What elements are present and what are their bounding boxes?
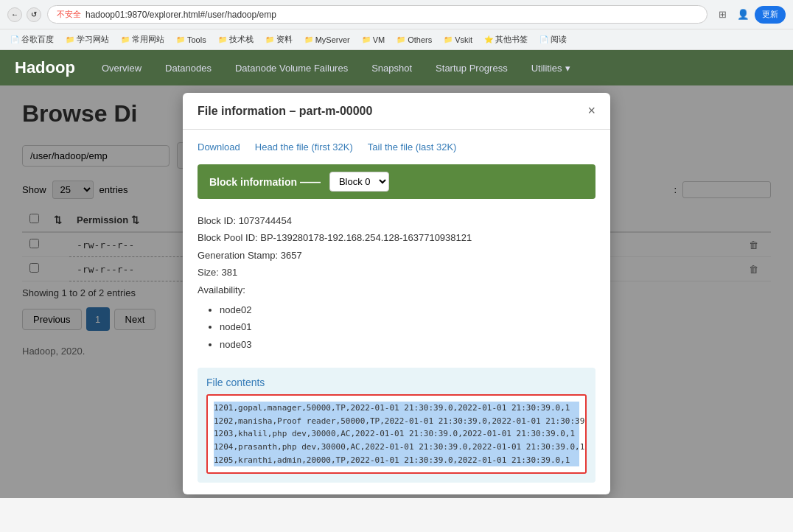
bookmark-myserver[interactable]: 📁 MyServer bbox=[300, 34, 354, 46]
bookmark-label: 技术栈 bbox=[229, 34, 254, 45]
dropdown-arrow-icon: ▾ bbox=[565, 63, 570, 74]
bookmark-icon: 📁 bbox=[396, 35, 405, 43]
bookmark-icon: 📁 bbox=[265, 35, 274, 43]
block-details: Block ID: 1073744454 Block Pool ID: BP-1… bbox=[198, 209, 595, 356]
modal-title: File information – part-m-00000 bbox=[198, 105, 372, 118]
bookmark-label: 阅读 bbox=[551, 34, 567, 45]
reading-icon: 📄 bbox=[539, 35, 548, 43]
bookmark-icon: 📁 bbox=[362, 35, 371, 43]
bookmark-reading[interactable]: 📄 阅读 bbox=[535, 32, 571, 46]
bookmark-icon: 📄 bbox=[10, 35, 19, 43]
nav-datanode-volume-failures[interactable]: Datanode Volume Failures bbox=[223, 52, 360, 84]
nav-utilities[interactable]: Utilities ▾ bbox=[520, 52, 582, 84]
profile-button[interactable]: 👤 bbox=[734, 6, 752, 24]
reload-button[interactable]: ↺ bbox=[27, 7, 41, 22]
generation-stamp-value: 3657 bbox=[281, 250, 302, 261]
block-id-value: 1073744454 bbox=[239, 215, 292, 226]
update-button[interactable]: 更新 bbox=[755, 6, 786, 24]
address-bar[interactable]: 不安全 hadoop01:9870/explorer.html#/user/ha… bbox=[47, 5, 708, 24]
bookmark-label: MyServer bbox=[315, 35, 350, 44]
file-contents-title: File contents bbox=[206, 377, 587, 388]
bookmark-label: 常用网站 bbox=[132, 34, 164, 45]
size-value: 381 bbox=[222, 267, 238, 278]
bookmark-tools[interactable]: 📁 Tools bbox=[172, 34, 211, 46]
node-item: node01 bbox=[220, 318, 595, 335]
hadoop-navbar: Hadoop Overview Datanodes Datanode Volum… bbox=[0, 50, 793, 85]
bookmark-label: Tools bbox=[187, 35, 206, 44]
head-file-link[interactable]: Head the file (first 32K) bbox=[255, 141, 353, 153]
bookmark-label: Vskit bbox=[455, 35, 472, 44]
generation-stamp-label: Generation Stamp: bbox=[198, 250, 281, 261]
bookmark-label: 谷歌百度 bbox=[21, 34, 54, 45]
file-line: 1202,manisha,Proof reader,50000,TP,2022-… bbox=[214, 415, 579, 428]
block-id-row: Block ID: 1073744454 bbox=[198, 212, 595, 229]
nav-snapshot[interactable]: Snapshot bbox=[360, 52, 424, 84]
tail-file-link[interactable]: Tail the file (last 32K) bbox=[368, 141, 457, 153]
bookmark-label: VM bbox=[373, 35, 385, 44]
browser-chrome: ← ↺ 不安全 hadoop01:9870/explorer.html#/use… bbox=[0, 0, 793, 29]
modal-header: File information – part-m-00000 × bbox=[183, 93, 610, 130]
file-line: 1203,khalil,php dev,30000,AC,2022-01-01 … bbox=[214, 427, 579, 441]
size-label: Size: bbox=[198, 267, 222, 278]
nav-datanodes[interactable]: Datanodes bbox=[153, 52, 223, 84]
extensions-button[interactable]: ⊞ bbox=[713, 6, 731, 24]
modal-action-links: Download Head the file (first 32K) Tail … bbox=[198, 141, 595, 153]
browser-action-buttons: ⊞ 👤 更新 bbox=[713, 6, 786, 24]
nav-overview[interactable]: Overview bbox=[90, 52, 153, 84]
bookmark-materials[interactable]: 📁 资料 bbox=[261, 32, 297, 46]
bookmark-techstack[interactable]: 📁 技术栈 bbox=[214, 32, 258, 46]
bookmark-other-bookmarks[interactable]: ⭐ 其他书签 bbox=[480, 32, 532, 46]
file-contents-section: File contents 1201,gopal,manager,50000,T… bbox=[198, 368, 595, 483]
bookmark-google[interactable]: 📄 谷歌百度 bbox=[6, 32, 58, 46]
bookmark-study[interactable]: 📁 学习网站 bbox=[61, 32, 113, 46]
bookmark-label: 学习网站 bbox=[77, 34, 109, 45]
bookmark-icon: 📁 bbox=[66, 35, 74, 43]
availability-list: node02 node01 node03 bbox=[198, 301, 595, 353]
node-item: node03 bbox=[220, 336, 595, 353]
modal-close-button[interactable]: × bbox=[587, 103, 595, 119]
bookmark-label: Others bbox=[408, 35, 432, 44]
url-text: hadoop01:9870/explorer.html#/user/hadoop… bbox=[85, 10, 276, 20]
star-icon: ⭐ bbox=[484, 35, 493, 43]
block-id-label: Block ID: bbox=[198, 215, 239, 226]
file-contents-box: 1201,gopal,manager,50000,TP,2022-01-01 2… bbox=[206, 394, 587, 474]
block-pool-row: Block Pool ID: BP-139280178-192.168.254.… bbox=[198, 229, 595, 246]
hadoop-logo: Hadoop bbox=[15, 58, 75, 77]
main-content: Browse Di 📂 ⬆ ☰ Show 25 50 100 entries :… bbox=[0, 85, 793, 498]
file-line: 1204,prasanth,php dev,30000,AC,2022-01-0… bbox=[214, 441, 579, 454]
availability-label: Availability: bbox=[198, 281, 595, 298]
availability-row: Availability: node02 node01 node03 bbox=[198, 281, 595, 354]
bookmark-vm[interactable]: 📁 VM bbox=[357, 34, 390, 46]
file-line: 1201,gopal,manager,50000,TP,2022-01-01 2… bbox=[214, 402, 579, 415]
bookmark-icon: 📁 bbox=[304, 35, 313, 43]
bookmark-icon: 📁 bbox=[121, 35, 130, 43]
block-pool-value: BP-139280178-192.168.254.128-16377109381… bbox=[260, 232, 472, 243]
bookmark-icon: 📁 bbox=[444, 35, 453, 43]
browser-controls: ← ↺ bbox=[7, 7, 41, 22]
generation-stamp-row: Generation Stamp: 3657 bbox=[198, 247, 595, 264]
block-info-section: Block information —— Block 0 bbox=[198, 164, 595, 199]
node-item: node02 bbox=[220, 301, 595, 318]
file-info-modal: File information – part-m-00000 × Downlo… bbox=[183, 93, 610, 494]
bookmark-icon: 📁 bbox=[176, 35, 185, 43]
back-button[interactable]: ← bbox=[7, 7, 22, 22]
nav-startup-progress[interactable]: Startup Progress bbox=[424, 52, 520, 84]
download-link[interactable]: Download bbox=[198, 141, 240, 153]
block-section-label: Block information —— bbox=[209, 176, 321, 188]
bookmark-label: 资料 bbox=[276, 34, 293, 45]
size-row: Size: 381 bbox=[198, 264, 595, 281]
block-select[interactable]: Block 0 bbox=[329, 172, 389, 192]
bookmark-common[interactable]: 📁 常用网站 bbox=[116, 32, 169, 46]
bookmark-vskit[interactable]: 📁 Vskit bbox=[439, 34, 477, 46]
bookmark-label: 其他书签 bbox=[495, 34, 528, 45]
file-line: 1205,kranthi,admin,20000,TP,2022-01-01 2… bbox=[214, 454, 579, 467]
bookmark-others[interactable]: 📁 Others bbox=[392, 34, 436, 46]
security-warning: 不安全 bbox=[57, 9, 81, 20]
bookmark-icon: 📁 bbox=[218, 35, 227, 43]
modal-overlay: File information – part-m-00000 × Downlo… bbox=[0, 85, 793, 498]
block-pool-label: Block Pool ID: bbox=[198, 232, 260, 243]
bookmarks-bar: 📄 谷歌百度 📁 学习网站 📁 常用网站 📁 Tools 📁 技术栈 📁 资料 … bbox=[0, 29, 793, 50]
modal-body: Download Head the file (first 32K) Tail … bbox=[183, 130, 610, 494]
